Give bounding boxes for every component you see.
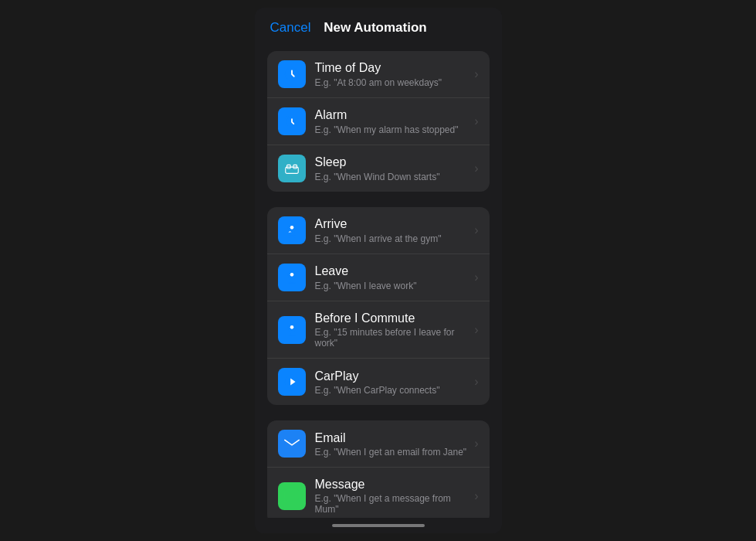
chevron-icon: ›: [474, 162, 478, 175]
leave-icon: [278, 264, 306, 291]
svg-point-11: [290, 226, 293, 230]
arrive-item[interactable]: Arrive E.g. "When I arrive at the gym" ›: [267, 207, 490, 254]
phone-screen: Cancel New Automation Time of Day E.g. "…: [255, 8, 502, 533]
chevron-icon: ›: [474, 323, 478, 337]
time-of-day-subtitle: E.g. "At 8:00 am on weekdays": [315, 77, 470, 88]
message-item[interactable]: Message E.g. "When I get a message from …: [267, 468, 490, 518]
svg-rect-19: [284, 439, 298, 449]
before-commute-title: Before I Commute: [315, 311, 470, 325]
alarm-subtitle: E.g. "When my alarm has stopped": [315, 124, 470, 135]
navigation-bar: Cancel New Automation: [255, 8, 502, 45]
email-text: Email E.g. "When I get an email from Jan…: [315, 430, 470, 458]
sleep-icon: [278, 155, 306, 182]
before-commute-subtitle: E.g. "15 minutes before I leave for work…: [315, 327, 470, 349]
alarm-item[interactable]: Alarm E.g. "When my alarm has stopped" ›: [267, 98, 490, 145]
cancel-button[interactable]: Cancel: [270, 20, 311, 36]
content-area: Time of Day E.g. "At 8:00 am on weekdays…: [255, 45, 502, 518]
arrive-title: Arrive: [315, 216, 470, 231]
message-title: Message: [315, 477, 470, 492]
communication-group: Email E.g. "When I get an email from Jan…: [267, 420, 490, 518]
sleep-subtitle: E.g. "When Wind Down starts": [315, 172, 470, 182]
before-commute-item[interactable]: Before I Commute E.g. "15 minutes before…: [267, 301, 490, 359]
carplay-subtitle: E.g. "When CarPlay connects": [315, 385, 470, 396]
chevron-icon: ›: [474, 223, 478, 237]
arrive-subtitle: E.g. "When I arrive at the gym": [315, 233, 470, 244]
before-commute-text: Before I Commute E.g. "15 minutes before…: [315, 311, 470, 349]
clock-icon: [278, 60, 306, 88]
svg-rect-16: [288, 335, 295, 335]
email-icon: [278, 430, 306, 458]
chevron-icon: ›: [474, 437, 478, 451]
sleep-text: Sleep E.g. "When Wind Down starts": [315, 155, 470, 182]
carplay-icon: [278, 368, 306, 396]
message-text: Message E.g. "When I get a message from …: [315, 477, 470, 515]
arrive-icon: [278, 216, 306, 244]
sleep-item[interactable]: Sleep E.g. "When Wind Down starts" ›: [267, 145, 490, 192]
message-subtitle: E.g. "When I get a message from Mum": [315, 493, 470, 515]
svg-point-15: [290, 325, 293, 329]
chevron-icon: ›: [474, 270, 478, 284]
arrive-text: Arrive E.g. "When I arrive at the gym": [315, 216, 470, 243]
alarm-text: Alarm E.g. "When my alarm has stopped": [315, 107, 470, 134]
leave-title: Leave: [315, 264, 470, 278]
chevron-icon: ›: [474, 67, 478, 81]
time-of-day-item[interactable]: Time of Day E.g. "At 8:00 am on weekdays…: [267, 51, 490, 98]
home-bar: [332, 524, 425, 527]
email-title: Email: [315, 430, 470, 445]
commute-icon: [278, 316, 306, 344]
message-icon: [278, 482, 306, 510]
leave-subtitle: E.g. "When I leave work": [315, 281, 470, 291]
carplay-item[interactable]: CarPlay E.g. "When CarPlay connects" ›: [267, 359, 490, 405]
chevron-icon: ›: [474, 114, 478, 128]
chevron-icon: ›: [474, 375, 478, 389]
carplay-text: CarPlay E.g. "When CarPlay connects": [315, 369, 470, 396]
svg-point-13: [290, 273, 293, 277]
home-indicator: [255, 518, 502, 533]
time-group: Time of Day E.g. "At 8:00 am on weekdays…: [267, 51, 490, 192]
page-title: New Automation: [324, 20, 426, 36]
email-subtitle: E.g. "When I get an email from Jane": [315, 447, 470, 458]
alarm-icon: [278, 107, 306, 135]
email-item[interactable]: Email E.g. "When I get an email from Jan…: [267, 420, 490, 468]
alarm-title: Alarm: [315, 107, 470, 122]
leave-text: Leave E.g. "When I leave work": [315, 264, 470, 291]
svg-rect-12: [288, 235, 295, 236]
time-of-day-title: Time of Day: [315, 60, 470, 75]
carplay-title: CarPlay: [315, 369, 470, 383]
svg-rect-14: [288, 282, 295, 283]
leave-item[interactable]: Leave E.g. "When I leave work" ›: [267, 254, 490, 301]
location-group: Arrive E.g. "When I arrive at the gym" ›…: [267, 207, 490, 405]
time-of-day-text: Time of Day E.g. "At 8:00 am on weekdays…: [315, 60, 470, 87]
sleep-title: Sleep: [315, 155, 470, 169]
chevron-icon: ›: [474, 489, 478, 503]
